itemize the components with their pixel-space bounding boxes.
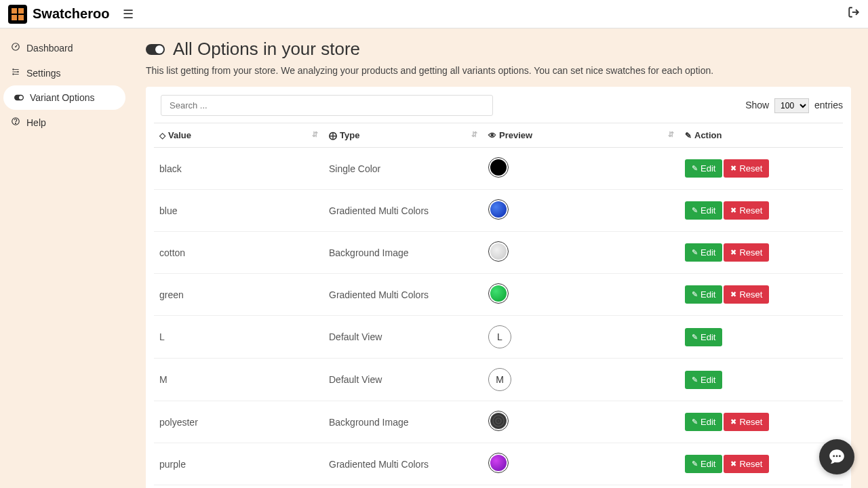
reset-button[interactable]: ✖Reset bbox=[724, 159, 769, 178]
row-type: Background Image bbox=[323, 401, 483, 443]
close-icon: ✖ bbox=[730, 248, 736, 257]
edit-button[interactable]: ✎Edit bbox=[685, 328, 722, 346]
edit-button[interactable]: ✎Edit bbox=[685, 455, 722, 473]
row-type: Gradiented Multi Colors bbox=[323, 485, 483, 489]
sidebar-item-settings[interactable]: Settings bbox=[0, 60, 129, 85]
chat-widget[interactable] bbox=[819, 439, 854, 474]
entries-selector: Show 100 entries bbox=[745, 98, 843, 113]
edit-icon: ✎ bbox=[692, 418, 698, 426]
row-type: Default View bbox=[323, 359, 483, 401]
toggle-icon bbox=[14, 92, 24, 103]
row-actions: ✎Edit✖Reset bbox=[679, 443, 843, 485]
swatch bbox=[488, 283, 509, 304]
edit-button[interactable]: ✎Edit bbox=[685, 201, 722, 220]
reset-button[interactable]: ✖Reset bbox=[724, 413, 769, 431]
entries-label: entries bbox=[814, 100, 843, 110]
row-preview bbox=[483, 274, 679, 316]
sidebar-item-help[interactable]: Help bbox=[0, 110, 129, 135]
search-input[interactable] bbox=[161, 95, 493, 116]
swatch-text: L bbox=[488, 325, 511, 348]
row-actions: ✎Edit✖Reset bbox=[679, 232, 843, 274]
sidebar: Dashboard Settings Variant Options Help bbox=[0, 28, 129, 488]
options-table: ◇Value ⇵ ⨁Type ⇵ 👁Preview ⇵ ✎Action bbox=[154, 123, 843, 488]
row-type: Gradiented Multi Colors bbox=[323, 190, 483, 232]
row-preview bbox=[483, 485, 679, 489]
column-value[interactable]: ◇Value ⇵ bbox=[154, 123, 323, 148]
row-preview bbox=[483, 148, 679, 190]
row-actions: ✎Edit bbox=[679, 359, 843, 401]
sidebar-item-dashboard[interactable]: Dashboard bbox=[0, 35, 129, 60]
row-value: black bbox=[154, 148, 323, 190]
row-preview bbox=[483, 443, 679, 485]
topbar: Swatcheroo ☰ bbox=[0, 0, 868, 28]
page-toggle[interactable] bbox=[146, 44, 165, 55]
table-row: purpleGradiented Multi Colors✎Edit✖Reset bbox=[154, 443, 843, 485]
close-icon: ✖ bbox=[730, 460, 736, 468]
crosshair-icon: ⨁ bbox=[329, 131, 337, 140]
help-icon bbox=[10, 117, 21, 128]
row-type: Single Color bbox=[323, 148, 483, 190]
table-row: polyesterBackground Image✎Edit✖Reset bbox=[154, 401, 843, 443]
edit-icon: ✎ bbox=[692, 206, 698, 215]
svg-point-11 bbox=[836, 455, 838, 458]
reset-button[interactable]: ✖Reset bbox=[724, 243, 769, 262]
reset-button[interactable]: ✖Reset bbox=[724, 455, 769, 473]
row-type: Background Image bbox=[323, 232, 483, 274]
edit-button[interactable]: ✎Edit bbox=[685, 243, 722, 262]
row-preview: M bbox=[483, 359, 679, 401]
diamond-icon: ◇ bbox=[159, 131, 165, 140]
table-row: redGradiented Multi Colors✎Edit✖Reset bbox=[154, 485, 843, 489]
edit-button[interactable]: ✎Edit bbox=[685, 285, 722, 304]
signout-icon[interactable] bbox=[848, 6, 860, 22]
row-preview bbox=[483, 190, 679, 232]
svg-point-12 bbox=[839, 455, 841, 458]
reset-button[interactable]: ✖Reset bbox=[724, 285, 769, 304]
edit-button[interactable]: ✎Edit bbox=[685, 413, 722, 431]
show-label: Show bbox=[745, 100, 769, 110]
row-actions: ✎Edit✖Reset bbox=[679, 148, 843, 190]
reset-button[interactable]: ✖Reset bbox=[724, 201, 769, 220]
table-row: LDefault ViewL✎Edit bbox=[154, 316, 843, 359]
row-actions: ✎Edit✖Reset bbox=[679, 485, 843, 489]
edit-button[interactable]: ✎Edit bbox=[685, 159, 722, 178]
table-row: blackSingle Color✎Edit✖Reset bbox=[154, 148, 843, 190]
svg-point-5 bbox=[12, 73, 14, 75]
settings-icon bbox=[10, 67, 21, 79]
dashboard-icon bbox=[10, 42, 21, 54]
close-icon: ✖ bbox=[730, 290, 736, 299]
swatch bbox=[488, 157, 509, 178]
edit-button[interactable]: ✎Edit bbox=[685, 371, 722, 389]
column-preview[interactable]: 👁Preview ⇵ bbox=[483, 123, 679, 148]
edit-icon: ✎ bbox=[692, 375, 698, 384]
svg-point-9 bbox=[16, 123, 16, 123]
column-type[interactable]: ⨁Type ⇵ bbox=[323, 123, 483, 148]
close-icon: ✖ bbox=[730, 206, 736, 215]
sort-icon: ⇵ bbox=[668, 130, 674, 139]
row-actions: ✎Edit✖Reset bbox=[679, 401, 843, 443]
row-value: M bbox=[154, 359, 323, 401]
row-value: polyester bbox=[154, 401, 323, 443]
row-actions: ✎Edit✖Reset bbox=[679, 190, 843, 232]
table-row: MDefault ViewM✎Edit bbox=[154, 359, 843, 401]
brand-text: Swatcheroo bbox=[33, 6, 109, 22]
row-type: Gradiented Multi Colors bbox=[323, 443, 483, 485]
swatch-text: M bbox=[488, 368, 511, 391]
row-value: L bbox=[154, 316, 323, 359]
swatch bbox=[488, 411, 509, 431]
entries-select[interactable]: 100 bbox=[774, 98, 809, 113]
sidebar-item-variant-options[interactable]: Variant Options bbox=[3, 85, 125, 110]
swatch bbox=[488, 453, 509, 473]
table-row: blueGradiented Multi Colors✎Edit✖Reset bbox=[154, 190, 843, 232]
menu-toggle-icon[interactable]: ☰ bbox=[123, 7, 134, 22]
row-actions: ✎Edit✖Reset bbox=[679, 274, 843, 316]
edit-icon: ✎ bbox=[692, 164, 698, 173]
close-icon: ✖ bbox=[730, 164, 736, 173]
row-value: green bbox=[154, 274, 323, 316]
sort-icon: ⇵ bbox=[471, 130, 477, 139]
row-value: cotton bbox=[154, 232, 323, 274]
swatch bbox=[488, 241, 509, 262]
svg-point-4 bbox=[17, 71, 18, 73]
sidebar-item-label: Help bbox=[26, 117, 46, 128]
row-type: Default View bbox=[323, 316, 483, 359]
row-actions: ✎Edit bbox=[679, 316, 843, 359]
